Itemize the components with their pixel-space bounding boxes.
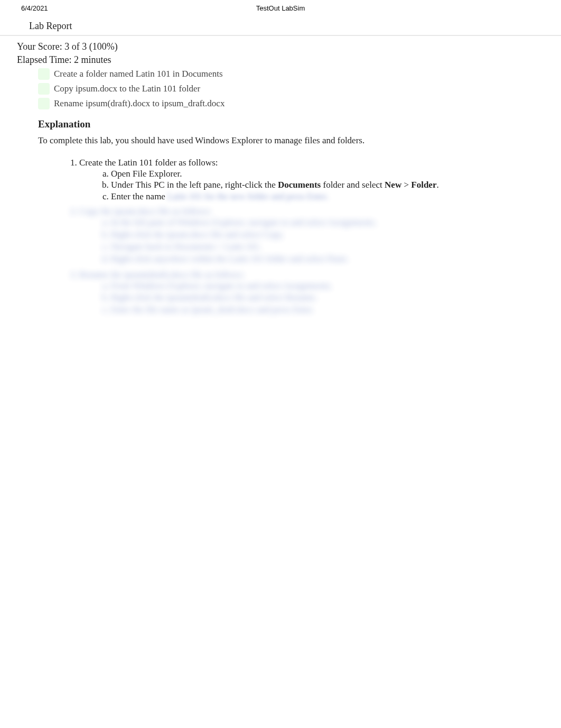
step-1b: Under This PC in the left pane, right-cl… bbox=[111, 179, 540, 190]
report-title: Lab Report bbox=[0, 16, 561, 36]
blurred-step-3b: Right-click the ipsum(draft).docx file a… bbox=[111, 292, 540, 304]
checkmark-icon bbox=[38, 98, 50, 109]
blurred-step-3c: Enter the file name as ipsum_draft.docx … bbox=[111, 304, 540, 316]
step-1c-blurred: Latin 101 for the new folder and press E… bbox=[165, 191, 329, 201]
task-row: Create a folder named Latin 101 in Docum… bbox=[38, 67, 540, 81]
checkmark-icon bbox=[38, 83, 50, 95]
task-row: Rename ipsum(draft).docx to ipsum_draft.… bbox=[38, 96, 540, 111]
task-text: Create a folder named Latin 101 in Docum… bbox=[54, 69, 223, 79]
task-list: Create a folder named Latin 101 in Docum… bbox=[0, 67, 561, 111]
blurred-step-3: Rename the ipsum(draft).docx file as fol… bbox=[79, 270, 540, 321]
blurred-step-2b: Right-click the ipsum.docx file and sele… bbox=[111, 229, 540, 241]
blurred-content: Copy the ipsum.docx file as follows: In … bbox=[38, 203, 540, 321]
task-text: Copy ipsum.docx to the Latin 101 folder bbox=[54, 84, 200, 94]
step-1b-gt: > bbox=[401, 180, 411, 190]
page-header: 6/4/2021 TestOut LabSim bbox=[0, 0, 561, 16]
header-app-title: TestOut LabSim bbox=[256, 4, 305, 12]
header-date: 6/4/2021 bbox=[21, 4, 48, 12]
blurred-step-2c: Navigate back to Documents > Latin 101. bbox=[111, 241, 540, 253]
blurred-step-3a: From Windows Explorer, navigate to and s… bbox=[111, 280, 540, 292]
task-row: Copy ipsum.docx to the Latin 101 folder bbox=[38, 81, 540, 96]
elapsed-time-line: Elapsed Time: 2 minutes bbox=[0, 53, 561, 67]
step-1: Create the Latin 101 folder as follows: … bbox=[79, 158, 540, 203]
blurred-step-2: Copy the ipsum.docx file as follows: In … bbox=[79, 206, 540, 270]
explanation-steps: Create the Latin 101 folder as follows: … bbox=[0, 146, 561, 320]
step-1b-folder: Folder bbox=[411, 180, 436, 190]
blurred-step-2a: In the left pane of Windows Explorer, na… bbox=[111, 217, 540, 229]
task-text: Rename ipsum(draft).docx to ipsum_draft.… bbox=[54, 98, 225, 109]
step-1b-suffix: . bbox=[436, 180, 438, 190]
step-1b-text: Under This PC in the left pane, right-cl… bbox=[111, 180, 278, 190]
step-1a: Open File Explorer. bbox=[111, 168, 540, 179]
step-1c: Enter the name Latin 101 for the new fol… bbox=[111, 191, 540, 202]
step-1b-documents: Documents bbox=[278, 180, 321, 190]
explanation-intro: To complete this lab, you should have us… bbox=[0, 133, 561, 146]
explanation-heading: Explanation bbox=[0, 111, 561, 133]
blurred-step-2d: Right-click anywhere within the Latin 10… bbox=[111, 253, 540, 265]
checkmark-icon bbox=[38, 68, 50, 80]
step-1c-text: Enter the name bbox=[111, 191, 165, 201]
score-line: Your Score: 3 of 3 (100%) bbox=[0, 36, 561, 53]
step-1-title: Create the Latin 101 folder as follows: bbox=[79, 158, 218, 168]
step-1b-mid: folder and select bbox=[321, 180, 385, 190]
step-1b-new: New bbox=[385, 180, 401, 190]
